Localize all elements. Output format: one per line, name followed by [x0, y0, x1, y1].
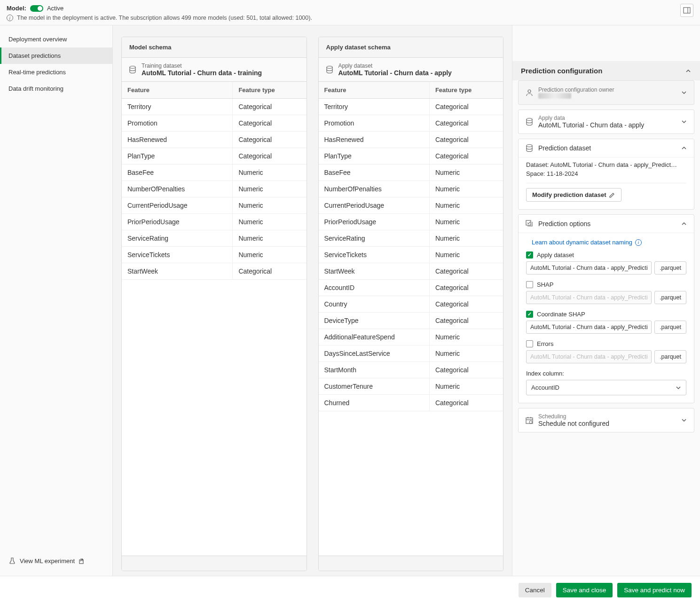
table-row: NumberOfPenaltiesNumeric [122, 181, 307, 197]
feature-name: CustomerTenure [319, 378, 430, 394]
options-icon [525, 220, 534, 228]
table-row: AdditionalFeatureSpendNumeric [319, 329, 503, 345]
prediction-dataset-header[interactable]: Prediction dataset [519, 139, 694, 157]
sidebar-item-real-time-predictions[interactable]: Real-time predictions [0, 64, 112, 80]
table-row: ChurnedCategorical [319, 395, 503, 411]
feature-type: Categorical [430, 296, 503, 312]
svg-point-6 [527, 118, 532, 121]
svg-rect-0 [684, 8, 690, 13]
apply-schema-footer [319, 556, 503, 571]
table-row: NumberOfPenaltiesNumeric [319, 181, 503, 197]
apply-dataset-name: AutoML Tutorial - Churn data - apply [338, 69, 452, 77]
cancel-button[interactable]: Cancel [519, 583, 551, 597]
option-apply-dataset: Apply datasetAutoML Tutorial - Churn dat… [526, 251, 686, 275]
checkbox-shap[interactable] [526, 281, 533, 288]
prediction-dataset-space: Space: 11-18-2024 [526, 170, 686, 177]
svg-point-13 [529, 421, 532, 424]
model-schema-title: Model schema [122, 37, 307, 58]
feature-name: HasRenewed [319, 132, 430, 148]
feature-name: ServiceTickets [122, 247, 233, 263]
checkbox-apply-dataset[interactable] [526, 251, 533, 259]
feature-name: Territory [122, 99, 233, 115]
topbar: Model: Active i The model in the deploym… [0, 0, 700, 25]
feature-name: NumberOfPenalties [122, 181, 233, 197]
checkbox-coordinate-shap[interactable] [526, 311, 533, 318]
feature-type: Categorical [233, 132, 306, 148]
user-icon [525, 88, 534, 97]
table-row: DaysSinceLastServiceNumeric [319, 345, 503, 362]
model-schema-footer [122, 556, 307, 571]
feature-type: Numeric [233, 197, 306, 213]
filename-input[interactable]: AutoML Tutorial - Churn data - apply_Pre… [526, 261, 652, 275]
feature-type: Categorical [430, 313, 503, 329]
table-row: PriorPeriodUsageNumeric [122, 214, 307, 230]
table-row: HasRenewedCategorical [319, 132, 503, 148]
option-coordinate-shap: Coordinate SHAPAutoML Tutorial - Churn d… [526, 311, 686, 334]
database-icon [525, 118, 534, 126]
feature-name: Territory [319, 99, 430, 115]
sidebar-item-deployment-overview[interactable]: Deployment overview [0, 31, 112, 47]
table-row: StartWeekCategorical [319, 263, 503, 280]
feature-type: Numeric [233, 247, 306, 263]
feature-name: AdditionalFeatureSpend [319, 329, 430, 345]
prediction-options-label: Prediction options [538, 220, 676, 227]
apply-data-section[interactable]: Apply data AutoML Tutorial - Churn data … [518, 110, 694, 134]
feature-type: Categorical [233, 115, 306, 131]
calendar-icon [525, 416, 534, 424]
feature-name: BaseFee [122, 165, 233, 180]
table-row: ServiceRatingNumeric [319, 230, 503, 247]
filename-input: AutoML Tutorial - Churn data - apply_Pre… [526, 291, 652, 304]
owner-section[interactable]: Prediction configuration owner [518, 80, 694, 105]
feature-name: Promotion [122, 115, 233, 131]
view-ml-experiment-label: View ML experiment [20, 557, 75, 565]
footer-bar: Cancel Save and close Save and predict n… [0, 576, 700, 604]
feature-type: Numeric [430, 165, 503, 180]
right-panel: Prediction configuration Prediction conf… [512, 25, 700, 576]
apply-data-value: AutoML Tutorial - Churn data - apply [538, 121, 676, 129]
right-panel-title-row[interactable]: Prediction configuration [512, 61, 700, 80]
feature-type: Categorical [233, 263, 306, 279]
scheduling-section[interactable]: Scheduling Schedule not configured [518, 408, 694, 432]
feature-type: Numeric [430, 214, 503, 230]
file-extension: .parquet [654, 261, 686, 275]
feature-name: HasRenewed [122, 132, 233, 148]
feature-type: Numeric [430, 181, 503, 197]
chevron-down-icon [676, 385, 681, 391]
sidebar-item-data-drift-monitoring[interactable]: Data drift monitoring [0, 80, 112, 97]
file-extension: .parquet [654, 350, 686, 363]
filename-input[interactable]: AutoML Tutorial - Churn data - apply_Pre… [526, 321, 652, 334]
table-row: BaseFeeNumeric [122, 165, 307, 181]
toggle-sidepanel-button[interactable] [680, 4, 693, 17]
svg-point-7 [527, 145, 532, 147]
sidebar-item-dataset-predictions[interactable]: Dataset predictions [0, 47, 112, 64]
view-ml-experiment-link[interactable]: View ML experiment [0, 551, 112, 570]
table-row: CurrentPeriodUsageNumeric [319, 197, 503, 214]
option-label: Apply dataset [537, 251, 574, 259]
feature-name: CurrentPeriodUsage [122, 197, 233, 213]
feature-type: Categorical [233, 99, 306, 115]
feature-type: Categorical [430, 395, 503, 411]
owner-name-redacted [538, 93, 571, 99]
save-and-predict-button[interactable]: Save and predict now [617, 583, 692, 597]
feature-type: Categorical [430, 132, 503, 148]
feature-name: PlanType [122, 148, 233, 164]
feature-type: Numeric [430, 329, 503, 345]
index-column-select[interactable]: AccountID [526, 380, 686, 395]
prediction-options-header[interactable]: Prediction options [519, 215, 694, 233]
table-row: CurrentPeriodUsageNumeric [122, 197, 307, 214]
modify-prediction-dataset-button[interactable]: Modify prediction dataset [526, 188, 621, 202]
checkbox-errors[interactable] [526, 340, 533, 347]
feature-name: DaysSinceLastService [319, 345, 430, 361]
save-and-close-button[interactable]: Save and close [556, 583, 613, 597]
feature-type: Numeric [430, 247, 503, 263]
feature-type: Numeric [430, 345, 503, 361]
model-schema-col-type: Feature type [233, 82, 306, 98]
table-row: AccountIDCategorical [319, 280, 503, 296]
feature-name: AccountID [319, 280, 430, 296]
training-dataset-name: AutoML Tutorial - Churn data - training [142, 69, 262, 77]
svg-point-4 [327, 66, 332, 69]
dynamic-naming-link[interactable]: Learn about dynamic dataset naming i [526, 237, 686, 251]
model-active-toggle[interactable] [30, 5, 43, 12]
database-icon [128, 65, 137, 74]
chevron-up-icon [685, 68, 692, 74]
